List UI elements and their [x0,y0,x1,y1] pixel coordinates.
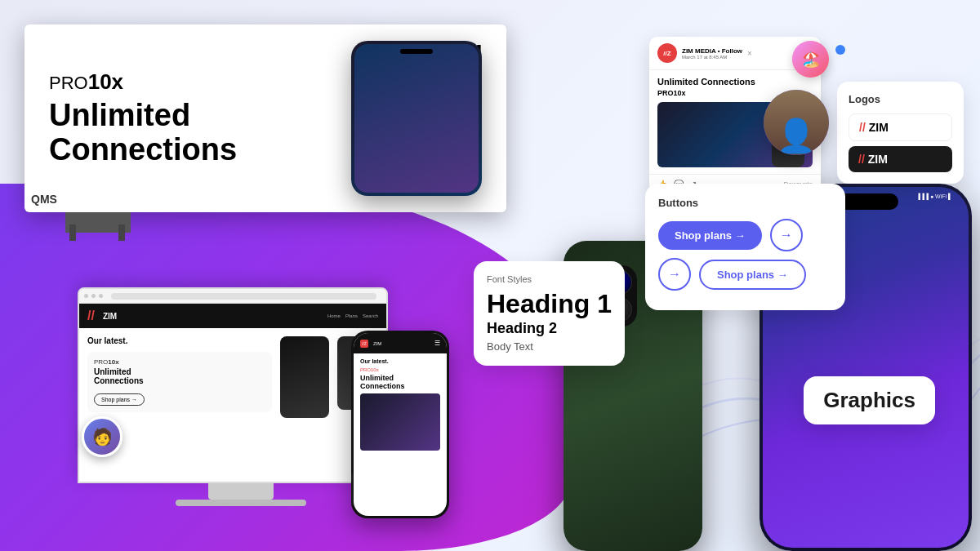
monitor-base [176,500,306,506]
phone-pro-label: PRO10x [360,367,440,372]
social-avatar: //Z [657,43,677,63]
font-styles-card: Font Styles Heading 1 Heading 2 Body Tex… [474,261,625,366]
phone-camera-bump [351,473,354,506]
phone-body: Our latest. PRO10x UnlimitedConnections [354,353,447,455]
graphics-bubble: Graphics [804,376,935,424]
buttons-card: Buttons Shop plans → → → Shop plans → [645,184,845,310]
arrow-button-1[interactable]: → [770,219,803,251]
phone-small-mockup: //Z ZIM ☰ Our latest. PRO10x UnlimitedCo… [351,331,449,518]
logo-slash-red: // [859,121,866,134]
phone-status: ▐▐▐ ● WiFi ▌ [916,193,952,199]
billboard-leg-left [69,224,76,241]
phone-notch [400,49,433,54]
site-promo-card: PRO10x UnlimitedConnections Shop plans → [87,352,272,412]
billboard-qms: QMS [31,193,57,206]
avatar-person: 👤 [764,90,829,155]
avatar-photo: 🏖️ [792,41,829,78]
billboard-pro-label: PRO10x [49,69,335,95]
phone-promo-image [360,393,440,451]
shop-plans-button-1[interactable]: Shop plans → [658,221,762,250]
billboard-leg-right [118,224,125,241]
social-name: ZIM MEDIA • Follow [682,47,742,55]
browser-dot-1 [84,294,88,298]
avatar-bottom-left: 🧑 [82,416,122,457]
phone-small-screen: //Z ZIM ☰ Our latest. PRO10x UnlimitedCo… [354,333,447,516]
phone-small-frame: //Z ZIM ☰ Our latest. PRO10x UnlimitedCo… [351,331,449,518]
avatar-emoji: 🧑 [92,427,113,447]
phone-title: UnlimitedConnections [360,374,440,390]
browser-bar [79,289,386,304]
nav-link-3: Search [363,313,378,318]
logo-white: // ZIM [849,113,952,141]
avatar-person-photo: 👤 [764,90,829,155]
logos-card-title: Logos [849,93,952,105]
monitor-stand [208,483,274,500]
blue-dot [835,45,845,55]
site-card-title: UnlimitedConnections [94,367,265,385]
phone-logo-text: ZIM [373,341,381,346]
nav-link-1: Home [327,313,341,318]
site-nav-slash: // [87,309,95,323]
button-row-2: → Shop plans → [658,258,832,291]
nav-links: Home Plans Search [327,313,378,318]
site-shop-btn[interactable]: Shop plans → [94,393,145,406]
phone-small-header: //Z ZIM ☰ [354,333,447,353]
phone-latest: Our latest. [360,358,440,364]
billboard-tagline: Unlimited Connections [49,99,335,167]
font-card-title: Font Styles [487,274,612,284]
button-row-1: Shop plans → → [658,219,832,251]
social-date: March 17 at 8:45 AM [682,55,742,60]
phone-logo: //Z [360,340,368,348]
logo-slash-dark: // [858,153,865,166]
billboard-phone [351,41,482,196]
browser-content: // ZIM Home Plans Search Our latest. PRO… [79,304,386,482]
site-nav: // ZIM Home Plans Search [79,304,386,328]
social-name-block: ZIM MEDIA • Follow March 17 at 8:45 AM [682,47,742,60]
site-phone-mockup [280,336,329,418]
buttons-card-title: Buttons [658,197,832,209]
logo-black: // ZIM [849,146,952,172]
logo-text-dark: ZIM [868,153,888,166]
billboard-frame: PRO10x Unlimited Connections // ZIM QMS [24,24,506,212]
billboard: PRO10x Unlimited Connections // ZIM QMS [24,24,531,233]
font-body-text: Body Text [487,340,612,353]
billboard-content: PRO10x Unlimited Connections [49,69,335,167]
font-heading-1: Heading 1 [487,291,612,317]
avatar-top-right: 🏖️ [792,41,829,78]
social-close[interactable]: × [747,49,752,58]
site-left-content: Our latest. PRO10x UnlimitedConnections … [87,336,272,418]
site-nav-logo: ZIM [103,312,117,321]
nav-link-2: Plans [345,313,358,318]
phone-menu-icon: ☰ [434,340,440,347]
browser-dot-3 [99,294,103,298]
logos-card: Logos // ZIM // ZIM [837,82,964,184]
browser-dot-2 [91,294,96,298]
font-heading-2: Heading 2 [487,320,612,337]
billboard-version: 10x [88,69,123,94]
graphics-label: Graphics [823,388,915,412]
site-body: Our latest. PRO10x UnlimitedConnections … [79,328,386,426]
logo-text-white: ZIM [869,121,889,134]
billboard-phone-screen [354,44,479,193]
arrow-button-2[interactable]: → [658,258,691,291]
browser-url-bar [111,293,376,300]
shop-plans-button-2[interactable]: Shop plans → [699,260,806,290]
monitor-screen: // ZIM Home Plans Search Our latest. PRO… [78,287,388,483]
site-latest-label: Our latest. [87,336,272,345]
social-title: Unlimited Connections [657,77,813,87]
site-pro-label: PRO10x [94,358,265,366]
